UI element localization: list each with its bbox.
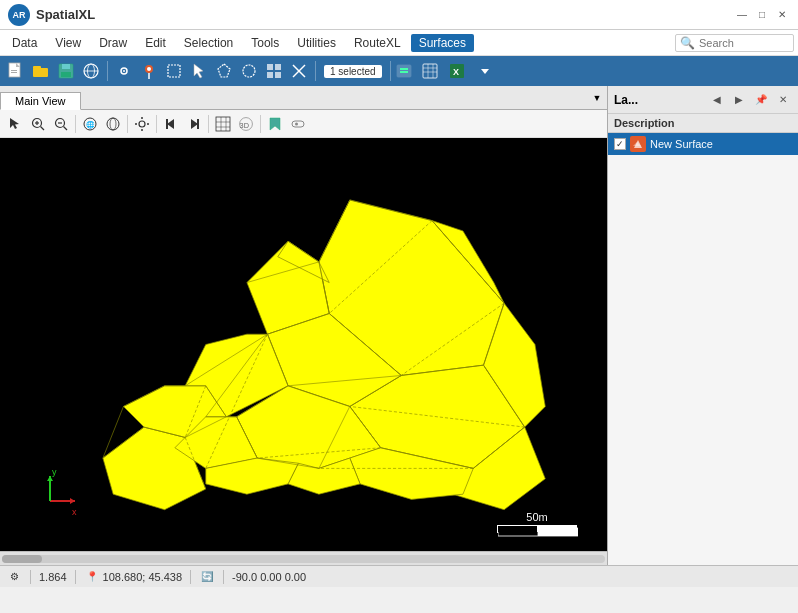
status-sep-3	[190, 570, 191, 584]
menu-view[interactable]: View	[47, 34, 89, 52]
window-controls[interactable]: — □ ✕	[734, 7, 790, 23]
settings-icon[interactable]: ⚙	[6, 569, 22, 585]
vt-grid-button[interactable]	[212, 113, 234, 135]
tb-settings-button[interactable]	[112, 59, 136, 83]
vt-next-button[interactable]	[183, 113, 205, 135]
menu-data[interactable]: Data	[4, 34, 45, 52]
location-icon: 📍	[84, 569, 100, 585]
tb-deselect-button[interactable]	[287, 59, 311, 83]
layer-row[interactable]: ✓ New Surface	[608, 133, 798, 155]
vt-sep-4	[208, 115, 209, 133]
svg-rect-8	[61, 72, 71, 77]
panel-title: La...	[614, 93, 704, 107]
tb-rect-select-button[interactable]	[162, 59, 186, 83]
tb-dropdown-button[interactable]	[473, 59, 497, 83]
svg-rect-21	[267, 64, 273, 70]
svg-rect-58	[197, 119, 199, 129]
vt-settings-button[interactable]	[131, 113, 153, 135]
svg-rect-30	[423, 64, 437, 78]
maximize-button[interactable]: □	[754, 7, 770, 23]
menu-routexl[interactable]: RouteXL	[346, 34, 409, 52]
tab-main-view[interactable]: Main View	[0, 92, 81, 110]
panel-pin-button[interactable]: 📌	[752, 91, 770, 109]
search-box[interactable]: 🔍	[675, 34, 794, 52]
vt-globe2-button[interactable]	[102, 113, 124, 135]
svg-marker-19	[218, 64, 230, 77]
vt-scroll-button[interactable]	[287, 113, 309, 135]
svg-rect-23	[267, 72, 273, 78]
selected-count-badge: 1 selected	[324, 65, 382, 78]
layer-name: New Surface	[650, 138, 713, 150]
title-bar: AR SpatialXL — □ ✕	[0, 0, 798, 30]
app-logo: AR	[8, 4, 30, 26]
status-gear[interactable]: ⚙	[6, 569, 22, 585]
tb-new-button[interactable]	[4, 59, 28, 83]
tb-circle-select-button[interactable]	[237, 59, 261, 83]
vt-sep-1	[75, 115, 76, 133]
vt-select-button[interactable]	[4, 113, 26, 135]
layer-visibility-check[interactable]: ✓	[614, 138, 626, 150]
tb-pin-button[interactable]	[137, 59, 161, 83]
horizontal-scrollbar[interactable]	[0, 551, 607, 565]
vt-3d-button[interactable]: 3D	[235, 113, 257, 135]
svg-rect-118	[498, 528, 538, 536]
scale-bar: 50m	[497, 511, 577, 533]
tab-dropdown-button[interactable]: ▼	[587, 87, 607, 109]
toolbar-group-1	[4, 59, 103, 83]
svg-point-48	[107, 118, 119, 130]
panel-back-button[interactable]: ◀	[708, 91, 726, 109]
vt-zoom-out-button[interactable]	[50, 113, 72, 135]
tb-select-all-button[interactable]	[262, 59, 286, 83]
svg-point-50	[139, 121, 145, 127]
search-icon: 🔍	[680, 36, 695, 50]
tb-globe-button[interactable]	[79, 59, 103, 83]
svg-point-52	[141, 129, 143, 131]
tb-open-button[interactable]	[29, 59, 53, 83]
vt-zoom-in-button[interactable]	[27, 113, 49, 135]
right-panel-header: La... ◀ ▶ 📌 ✕	[608, 86, 798, 114]
svg-text:🌐: 🌐	[86, 120, 95, 129]
tb-separator-1	[107, 61, 108, 81]
tb-separator-2	[315, 61, 316, 81]
status-sep-4	[223, 570, 224, 584]
app-title: AR SpatialXL	[8, 4, 95, 26]
vt-prev-button[interactable]	[160, 113, 182, 135]
menu-edit[interactable]: Edit	[137, 34, 174, 52]
main-area: Main View ▼ 🌐	[0, 86, 798, 565]
tb-export-button[interactable]	[395, 59, 419, 83]
layer-column-header: Description	[608, 114, 798, 133]
tb-excel-button[interactable]: X	[447, 59, 471, 83]
vt-sep-5	[260, 115, 261, 133]
tb-poly-select-button[interactable]	[212, 59, 236, 83]
svg-rect-56	[166, 119, 168, 129]
menu-selection[interactable]: Selection	[176, 34, 241, 52]
tb-save-button[interactable]	[54, 59, 78, 83]
menu-surfaces[interactable]: Surfaces	[411, 34, 474, 52]
tb-cursor-button[interactable]	[187, 59, 211, 83]
svg-rect-3	[11, 72, 17, 73]
menu-draw[interactable]: Draw	[91, 34, 135, 52]
status-angle-icon: 🔄	[199, 569, 215, 585]
vt-bookmark-button[interactable]	[264, 113, 286, 135]
minimize-button[interactable]: —	[734, 7, 750, 23]
canvas-area[interactable]: x y 50m	[0, 138, 607, 551]
svg-rect-28	[400, 68, 408, 70]
search-input[interactable]	[699, 37, 789, 49]
scale-bar-graphic	[497, 525, 577, 533]
status-sep-2	[75, 570, 76, 584]
surface-visualization	[0, 138, 607, 551]
vt-pan-button[interactable]: 🌐	[79, 113, 101, 135]
status-value1: 1.864	[39, 571, 67, 583]
menu-utilities[interactable]: Utilities	[289, 34, 344, 52]
svg-rect-24	[275, 72, 281, 78]
tb-table-button[interactable]	[421, 59, 445, 83]
svg-marker-38	[10, 118, 19, 129]
menu-tools[interactable]: Tools	[243, 34, 287, 52]
svg-point-13	[123, 70, 125, 72]
svg-point-49	[110, 118, 116, 130]
svg-text:x: x	[72, 507, 77, 517]
scroll-thumb[interactable]	[2, 555, 42, 563]
panel-forward-button[interactable]: ▶	[730, 91, 748, 109]
close-button[interactable]: ✕	[774, 7, 790, 23]
panel-close-button[interactable]: ✕	[774, 91, 792, 109]
